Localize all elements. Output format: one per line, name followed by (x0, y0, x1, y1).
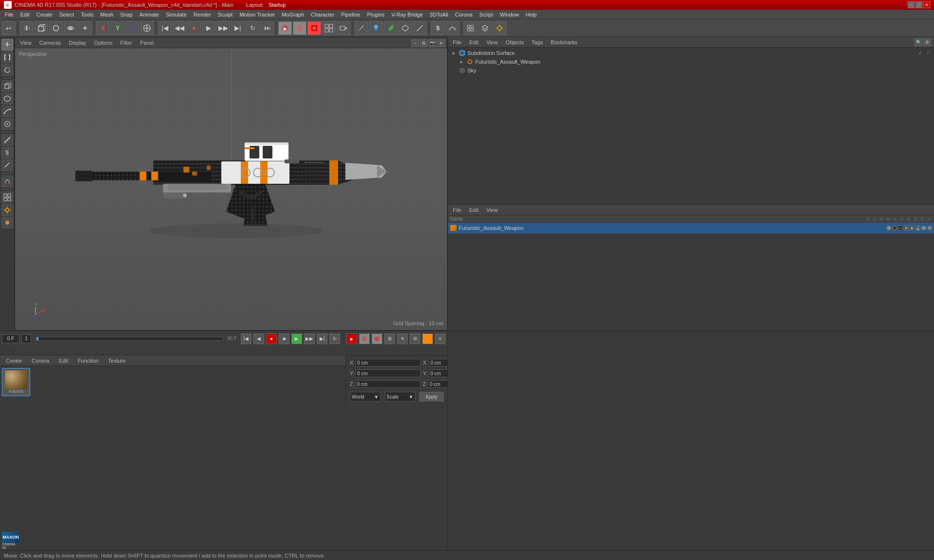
menu-create[interactable]: Create (34, 11, 55, 18)
toolbar-layer[interactable] (478, 21, 492, 35)
tool-move[interactable] (1, 39, 13, 51)
toolbar-sun[interactable] (493, 21, 506, 35)
menu-mograph[interactable]: MoGraph (279, 11, 307, 18)
toolbar-render3[interactable] (307, 21, 321, 35)
toolbar-knife[interactable] (355, 21, 368, 35)
toolbar-line[interactable] (413, 21, 427, 35)
toolbar-axis-x[interactable]: X (96, 21, 110, 35)
viewport-maximize-icon[interactable]: ↔ (411, 39, 419, 47)
tool-line2[interactable] (1, 134, 13, 146)
maximize-button[interactable]: □ (916, 1, 922, 8)
world-dropdown[interactable]: World ▼ (350, 392, 381, 402)
toolbar-sphere[interactable] (49, 21, 63, 35)
mm-tab-file[interactable]: File (451, 206, 464, 214)
mat-ed-tab-texture[interactable]: Texture (105, 357, 128, 365)
toolbar-prev-frame[interactable]: ◀◀ (173, 21, 186, 35)
toolbar-leaf[interactable] (384, 21, 397, 35)
vis-check-grey[interactable]: ✓ (925, 50, 931, 56)
menu-plugins[interactable]: Plugins (364, 11, 387, 18)
menu-3dtoall[interactable]: 3DToAll (427, 11, 451, 18)
mat-row-weapon[interactable]: Futuristic_Assault_Weapon ─ ≡ ▸ ⚓ ⚙ (448, 223, 934, 233)
tool-sun2[interactable] (1, 204, 13, 216)
tool-spline[interactable] (1, 105, 13, 117)
pb-render-preview[interactable]: ▶ (346, 333, 357, 344)
mat-vis-icon[interactable] (886, 226, 891, 230)
play-btn-beginning[interactable]: |◀ (241, 333, 251, 344)
tool-sun3[interactable] (1, 217, 13, 228)
play-btn-forward-fwd[interactable]: ▶▶ (304, 333, 315, 344)
om-tab-file[interactable]: File (451, 38, 464, 46)
toolbar-record[interactable]: ● (187, 21, 201, 35)
toolbar-jump-end[interactable]: ⏭ (260, 21, 274, 35)
tool-scale[interactable] (1, 52, 13, 63)
mat-link-icon[interactable]: ⚓ (916, 226, 920, 230)
play-btn-end[interactable]: ▶| (317, 333, 327, 344)
close-button[interactable]: ✕ (923, 1, 930, 8)
vp-tab-cameras[interactable]: Cameras (37, 39, 63, 47)
pb-render-dot[interactable] (359, 333, 370, 344)
mat-more-icon[interactable]: ⚙ (927, 226, 932, 230)
coord-z-input[interactable] (355, 380, 421, 388)
toolbar-frame-start[interactable]: |◀ (158, 21, 172, 35)
om-tab-bookmarks[interactable]: Bookmarks (549, 38, 579, 46)
minimize-button[interactable]: ─ (908, 1, 915, 8)
vp-tab-view[interactable]: View (18, 39, 34, 47)
mat-thumb-futurist[interactable]: Futurist (2, 368, 30, 396)
toolbar-render[interactable]: ▶ (278, 21, 292, 35)
toolbar-curve[interactable] (446, 21, 459, 35)
toolbar-cube[interactable] (35, 21, 48, 35)
mm-tab-edit[interactable]: Edit (467, 206, 481, 214)
menu-edit[interactable]: Edit (18, 11, 33, 18)
tool-dollar2[interactable]: $ (1, 147, 13, 158)
pb-settings[interactable]: ⚙ (410, 333, 420, 344)
pb-motion-blur[interactable]: ⊞ (384, 333, 395, 344)
om-tab-tags[interactable]: Tags (530, 38, 545, 46)
expand-icon-weapon[interactable]: ▶ (459, 59, 465, 65)
obj-row-subdivision[interactable]: ▶ Subdivision Surface ✓ ✓ (449, 49, 933, 57)
toolbar-move[interactable] (20, 21, 34, 35)
mat-shader-icon[interactable] (921, 226, 926, 230)
coord-y-input[interactable] (355, 369, 421, 377)
toolbar-play-fwd[interactable]: ▶ (202, 21, 216, 35)
menu-pipeline[interactable]: Pipeline (338, 11, 363, 18)
mat-ed-tab-function[interactable]: Function (75, 357, 101, 365)
menu-vray[interactable]: V-Ray Bridge (389, 11, 426, 18)
viewport-3d[interactable]: Perspective Grid Spacing : 10 cm X Y Z (15, 48, 447, 330)
menu-render[interactable]: Render (191, 11, 214, 18)
pb-motion-blur2[interactable]: ☀ (397, 333, 408, 344)
mat-edit-icon[interactable]: ─ (898, 226, 903, 230)
tool-magnet[interactable] (1, 175, 13, 187)
coord-x-input[interactable] (355, 359, 421, 367)
mat-tag-icon[interactable]: ▸ (910, 226, 915, 230)
mat-ed-tab-create[interactable]: Create (3, 357, 25, 365)
vp-tab-options[interactable]: Options (92, 39, 114, 47)
tool-rotate[interactable] (1, 64, 13, 76)
om-tab-objects[interactable]: Objects (503, 38, 525, 46)
tool-object[interactable] (1, 93, 13, 105)
om-tab-edit[interactable]: Edit (467, 38, 481, 46)
menu-help[interactable]: Help (523, 11, 540, 18)
mat-render-icon[interactable] (892, 226, 897, 230)
pb-sound[interactable]: ♪ (422, 333, 433, 344)
viewport-camera-icon[interactable]: 📷 (429, 39, 436, 47)
fps-input[interactable] (21, 334, 31, 343)
toolbar-render2[interactable] (293, 21, 306, 35)
menu-corona[interactable]: Corona (452, 11, 475, 18)
om-settings-icon[interactable]: ⚙ (923, 38, 931, 46)
om-search-icon[interactable]: 🔍 (915, 38, 922, 46)
apply-button[interactable]: Apply (419, 392, 444, 402)
toolbar-torus[interactable] (64, 21, 77, 35)
toolbar-plus[interactable]: + (78, 21, 92, 35)
toolbar-undo[interactable]: ↩ (2, 21, 16, 35)
viewport-settings-icon[interactable]: ⚙ (420, 39, 428, 47)
mat-ed-tab-corona[interactable]: Corona (29, 357, 52, 365)
obj-row-sky[interactable]: Sky (449, 66, 933, 75)
toolbar-camera[interactable] (337, 21, 350, 35)
obj-row-weapon[interactable]: ▶ Futuristic_Assault_Weapon (449, 57, 933, 66)
menu-motion-tracker[interactable]: Motion Tracker (236, 11, 278, 18)
scale-dropdown[interactable]: Scale ▼ (385, 392, 416, 402)
menu-snap[interactable]: Snap (117, 11, 136, 18)
om-tab-view[interactable]: View (485, 38, 500, 46)
play-btn-stop[interactable]: ■ (279, 333, 289, 344)
toolbar-paint[interactable] (369, 21, 383, 35)
